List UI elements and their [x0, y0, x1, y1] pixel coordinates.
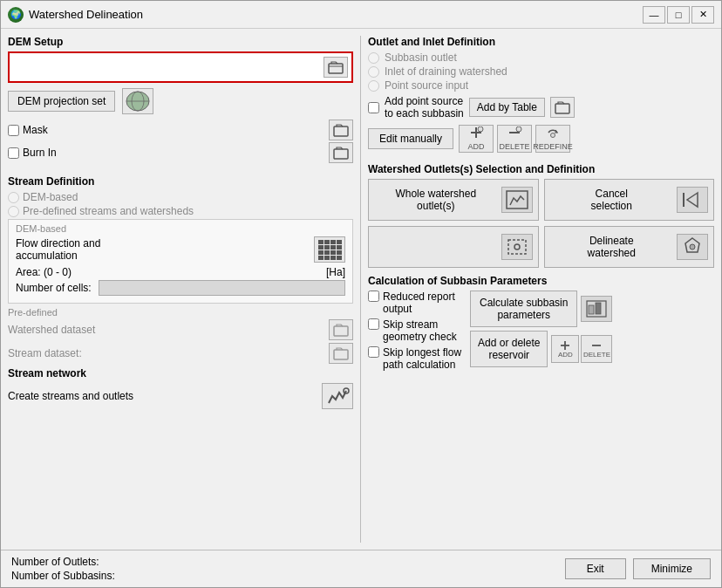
skip-stream-text: Skip streamgeometry check [383, 318, 457, 343]
burnin-row: Burn In [8, 142, 353, 163]
dem-based-label: DEM-based [23, 191, 78, 203]
add-point-row: Add point sourceto each subbasin Add by … [368, 95, 714, 120]
predef-radio[interactable] [8, 206, 19, 217]
delete-action-btn[interactable]: DELETE [497, 125, 532, 153]
point-source-row: Point source input [368, 79, 714, 92]
mask-checkbox[interactable] [8, 125, 19, 136]
skip-stream-checkbox[interactable] [368, 318, 379, 330]
add-by-table-icon-btn[interactable] [550, 97, 575, 118]
reservoir-delete-btn[interactable]: DELETE [581, 335, 612, 363]
exit-btn[interactable]: Exit [565, 558, 626, 579]
select-outlet-btn[interactable] [368, 226, 539, 268]
close-btn[interactable]: ✕ [691, 6, 714, 24]
svg-point-14 [516, 126, 521, 132]
inlet-draining-row: Inlet of draining watershed [368, 65, 714, 78]
footer: Number of Outlets: Number of Subbasins: … [1, 550, 721, 587]
delete-icon [507, 126, 522, 141]
delineate-watershed-btn[interactable]: Delineatewatershed [544, 226, 715, 268]
stream-network-section: Stream network Create streams and outlet… [8, 367, 353, 409]
create-streams-btn[interactable] [322, 383, 353, 409]
dem-projection-btn[interactable]: DEM projection set [8, 91, 115, 112]
area-row: Area: (0 - 0) [Ha] [16, 266, 345, 278]
cancel-selection-btn[interactable]: Cancelselection [544, 179, 715, 221]
svg-point-15 [551, 133, 555, 138]
edit-icon-group: ADD DELETE [459, 125, 570, 153]
minimize-btn[interactable]: Minimize [633, 558, 711, 579]
dem-setup-title: DEM Setup [8, 36, 353, 48]
predefined-section: Pre-defined Watershed dataset Stream dat… [8, 307, 353, 364]
stream-network-title: Stream network [8, 367, 353, 379]
watershed-dataset-btn[interactable] [329, 319, 353, 340]
calc-subbasin-row: Calculate subbasinparameters [470, 291, 612, 327]
left-panel: DEM Setup DEM projection set [8, 36, 361, 543]
outlets-grid: Whole watershedoutlet(s) Cancelselection [368, 179, 714, 268]
burnin-checkbox[interactable] [8, 147, 19, 159]
select-outlet-icon [501, 234, 533, 260]
calc-subbasin-icon [581, 296, 612, 322]
dem-raster-row [8, 51, 353, 83]
outlet-inlet-section: Outlet and Inlet Definition Subbasin out… [368, 36, 714, 156]
stream-dataset-btn[interactable] [329, 343, 353, 364]
maximize-btn[interactable]: □ [667, 6, 690, 24]
add-reservoir-row: Add or deletereservoir ADD [470, 331, 612, 367]
skip-longest-label[interactable]: Skip longest flowpath calculation [368, 346, 461, 371]
calc-section: Calculation of Subbasin Parameters Reduc… [368, 275, 714, 371]
inlet-draining-label: Inlet of draining watershed [385, 65, 507, 78]
mask-row: Mask [8, 120, 353, 140]
title-bar: 🌍 Watershed Delineation — □ ✕ [1, 1, 721, 29]
edit-manually-section: Edit manually ADD [368, 125, 714, 153]
cancel-selection-icon [677, 187, 708, 213]
subbasin-outlet-radio[interactable] [368, 52, 379, 64]
watershed-outlets-title: Watershed Outlets(s) Selection and Defin… [368, 163, 714, 175]
content-area: DEM Setup DEM projection set [1, 29, 721, 550]
cells-input[interactable] [99, 280, 345, 296]
reservoir-add-btn[interactable]: ADD [551, 335, 579, 363]
subbasins-count-label: Number of Subbasins: [11, 570, 115, 582]
stream-def-title: Stream Definition [8, 175, 353, 188]
area-label: Area: (0 - 0) [16, 266, 72, 278]
calc-checkboxes: Reduced reportoutput Skip streamgeometry… [368, 291, 461, 371]
reduced-report-checkbox[interactable] [368, 291, 379, 302]
svg-rect-4 [334, 126, 348, 136]
open-dem-raster-btn[interactable] [324, 57, 348, 78]
calc-subbasin-btn[interactable]: Calculate subbasinparameters [470, 291, 577, 327]
add-icon [468, 126, 484, 141]
flow-row: Flow direction andaccumulation [16, 236, 345, 263]
inlet-draining-radio[interactable] [368, 66, 379, 78]
add-point-checkbox[interactable] [368, 102, 379, 113]
delineate-watershed-label: Delineatewatershed [550, 235, 674, 259]
flow-grid-icon [314, 236, 345, 263]
minimize-btn[interactable]: — [643, 6, 665, 24]
svg-rect-22 [589, 305, 594, 314]
calc-title: Calculation of Subbasin Parameters [368, 275, 714, 287]
mask-label[interactable]: Mask [8, 124, 48, 136]
watershed-outlets-section: Watershed Outlets(s) Selection and Defin… [368, 163, 714, 268]
point-source-label: Point source input [385, 79, 468, 92]
dem-projection-row: DEM projection set [8, 88, 353, 114]
reduced-report-label[interactable]: Reduced reportoutput [368, 291, 461, 315]
right-panel: Outlet and Inlet Definition Subbasin out… [368, 36, 714, 543]
subbasin-outlet-row: Subbasin outlet [368, 51, 714, 64]
burnin-label[interactable]: Burn In [8, 147, 57, 159]
dem-raster-input[interactable] [13, 61, 324, 73]
skip-longest-checkbox[interactable] [368, 346, 379, 358]
add-action-btn[interactable]: ADD [459, 125, 494, 153]
skip-stream-label[interactable]: Skip streamgeometry check [368, 318, 461, 343]
svg-rect-6 [334, 326, 348, 336]
add-by-table-btn[interactable]: Add by Table [469, 98, 545, 117]
point-source-radio[interactable] [368, 80, 379, 92]
predef-radio-label: Pre-defined streams and watersheds [23, 205, 194, 217]
whole-watershed-btn[interactable]: Whole watershedoutlet(s) [368, 179, 539, 221]
add-reservoir-btn[interactable]: Add or deletereservoir [470, 331, 548, 367]
redefine-action-btn[interactable]: REDEFINE [535, 125, 570, 153]
dem-based-radio[interactable] [8, 192, 19, 203]
main-window: 🌍 Watershed Delineation — □ ✕ DEM Setup [0, 0, 722, 588]
whole-watershed-icon [501, 187, 533, 213]
redefine-action-label: REDEFINE [533, 142, 573, 151]
dem-based-sublabel: DEM-based [16, 223, 345, 234]
redefine-icon [545, 126, 561, 141]
stream-dataset-row: Stream dataset: [8, 343, 353, 364]
burnin-icon-btn[interactable] [329, 142, 353, 163]
mask-icon-btn[interactable] [329, 120, 353, 140]
edit-manually-btn[interactable]: Edit manually [368, 128, 453, 149]
